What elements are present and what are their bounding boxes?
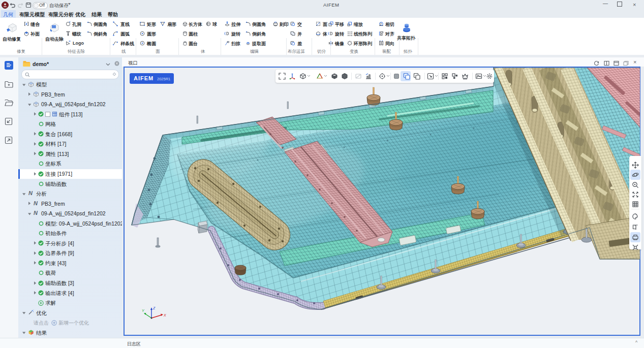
svg-text:Y: Y — [142, 309, 145, 312]
svg-text:Z: Z — [152, 306, 156, 310]
svg-text:X: X — [163, 313, 166, 317]
